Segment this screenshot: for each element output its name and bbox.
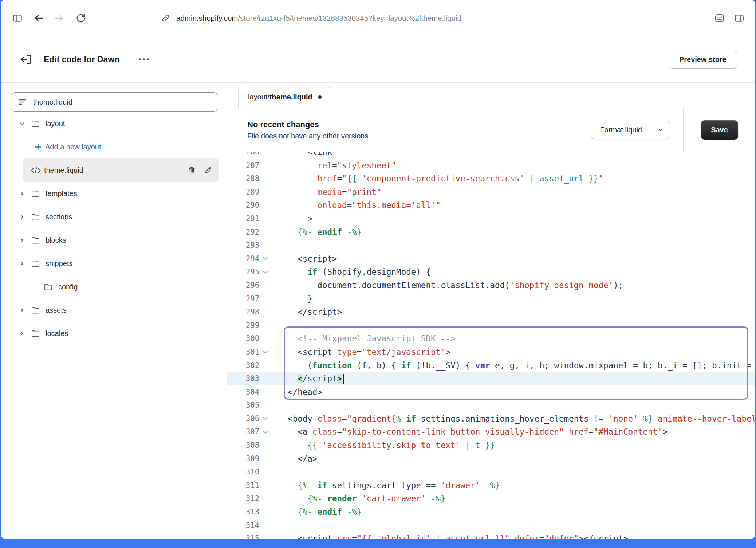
tab-theme-liquid[interactable]: layout/theme.liquid bbox=[238, 86, 331, 108]
code-line-305[interactable]: 305 bbox=[227, 399, 755, 412]
code-line-293[interactable]: 293 bbox=[227, 239, 755, 252]
code-line-299[interactable]: 299 bbox=[227, 319, 755, 332]
tree-item-layout[interactable]: layout bbox=[11, 112, 219, 135]
tree-item-label: blocks bbox=[46, 236, 66, 244]
chevron-right-icon[interactable] bbox=[19, 238, 25, 243]
save-button[interactable]: Save bbox=[701, 120, 738, 140]
code-line-309[interactable]: 309 </a> bbox=[227, 452, 755, 466]
code-line-287[interactable]: 287 rel="stylesheet" bbox=[227, 159, 755, 172]
code-line-289[interactable]: 289 media="print" bbox=[227, 185, 755, 199]
fold-column bbox=[259, 152, 272, 159]
fold-column bbox=[259, 359, 272, 372]
tree-item-label: templates bbox=[46, 189, 77, 198]
tab-file-name: theme.liquid bbox=[269, 93, 312, 101]
reload-icon[interactable] bbox=[73, 10, 89, 26]
delete-file-icon[interactable] bbox=[186, 164, 198, 176]
chevron-right-icon[interactable] bbox=[19, 214, 25, 220]
unsaved-indicator bbox=[318, 95, 322, 99]
chevron-right-icon[interactable] bbox=[19, 191, 25, 196]
chevron-right-icon[interactable] bbox=[19, 308, 25, 313]
code-line-301[interactable]: 301 <script type="text/javascript"> bbox=[227, 345, 755, 359]
rename-file-icon[interactable] bbox=[202, 164, 214, 176]
tree-item-blocks[interactable]: blocks bbox=[11, 228, 219, 252]
save-area: Save bbox=[683, 108, 755, 152]
tree-item-assets[interactable]: assets bbox=[11, 298, 219, 322]
chevron-down-icon[interactable] bbox=[651, 121, 670, 139]
back-icon[interactable] bbox=[31, 10, 47, 26]
tree-item-sections[interactable]: sections bbox=[11, 205, 219, 228]
chevron-right-icon[interactable] bbox=[19, 261, 25, 266]
code-line-302[interactable]: 302 (function (f, b) { if (!b.__SV) { va… bbox=[227, 359, 755, 372]
format-liquid-button[interactable]: Format liquid bbox=[591, 121, 670, 139]
code-line-304[interactable]: 304 </head> bbox=[227, 385, 755, 399]
code-line-294[interactable]: 294 <script> bbox=[227, 252, 755, 266]
fold-column[interactable] bbox=[259, 252, 272, 266]
line-number: 310 bbox=[227, 465, 259, 479]
forward-icon[interactable] bbox=[51, 10, 67, 26]
code-line-306[interactable]: 306 <body class="gradient{% if settings.… bbox=[227, 412, 755, 426]
file-search[interactable] bbox=[11, 92, 218, 112]
tree-item-snippets[interactable]: snippets bbox=[11, 252, 219, 275]
overflow-dots-icon[interactable] bbox=[135, 54, 153, 64]
preview-store-button[interactable]: Preview store bbox=[669, 51, 737, 68]
fold-column bbox=[259, 399, 272, 412]
link-icon bbox=[161, 13, 170, 23]
tree-item-label: config bbox=[58, 283, 78, 291]
code-lines: 286 <link287 rel="stylesheet"288 href="{… bbox=[227, 152, 755, 539]
code-line-310[interactable]: 310 bbox=[227, 465, 755, 479]
code-line-288[interactable]: 288 href="{{ 'component-predictive-searc… bbox=[227, 172, 755, 185]
code-line-308[interactable]: 308 {{ 'accessibility.skip_to_text' | t … bbox=[227, 439, 755, 452]
code-line-290[interactable]: 290 onload="this.media='all'" bbox=[227, 199, 755, 212]
code-line-300[interactable]: 300 <!-- Mixpanel Javascript SDK --> bbox=[227, 332, 755, 345]
fold-column[interactable] bbox=[259, 412, 272, 426]
line-number: 295 bbox=[227, 265, 259, 279]
file-tree: layoutAdd a new layouttheme.liquidtempla… bbox=[1, 112, 227, 345]
url-bar[interactable]: admin.shopify.com/store/rzq1xu-f5/themes… bbox=[161, 13, 712, 23]
split-view-icon[interactable] bbox=[731, 10, 747, 26]
code-line-314[interactable]: 314 bbox=[227, 519, 755, 532]
tree-item-config[interactable]: config bbox=[11, 275, 219, 298]
code-line-313[interactable]: 313 {%- endif -%} bbox=[227, 505, 755, 519]
code-line-286[interactable]: 286 <link bbox=[227, 152, 755, 159]
exit-icon[interactable] bbox=[17, 51, 34, 68]
fold-chevron-icon bbox=[263, 428, 268, 434]
code-line-291[interactable]: 291 > bbox=[227, 212, 755, 226]
page-title: Edit code for Dawn bbox=[44, 55, 119, 64]
tree-item-templates[interactable]: templates bbox=[11, 182, 219, 205]
code-line-298[interactable]: 298 </script> bbox=[227, 305, 755, 319]
fold-column[interactable] bbox=[259, 425, 272, 439]
code-line-295[interactable]: 295 if (Shopify.designMode) { bbox=[227, 265, 755, 279]
fold-column bbox=[259, 159, 272, 172]
tree-item-theme-liquid[interactable]: theme.liquid bbox=[23, 158, 219, 182]
url-path: /store/rzq1xu-f5/themes/132683530345?key… bbox=[238, 14, 461, 22]
folder-icon bbox=[43, 282, 53, 292]
fold-chevron-icon bbox=[263, 415, 268, 420]
add-layout-label: Add a new layout bbox=[45, 143, 101, 151]
folder-icon bbox=[31, 235, 40, 245]
line-number: 314 bbox=[227, 519, 259, 532]
tree-item-locales[interactable]: locales bbox=[11, 322, 219, 345]
code-line-312[interactable]: 312 {%- render 'cart-drawer' -%} bbox=[227, 492, 755, 505]
line-number: 301 bbox=[227, 345, 259, 359]
chevron-down-icon[interactable] bbox=[19, 121, 25, 126]
line-number: 302 bbox=[227, 359, 259, 372]
line-number: 306 bbox=[227, 412, 259, 426]
code-line-292[interactable]: 292 {%- endif -%} bbox=[227, 226, 755, 239]
code-editor[interactable]: 286 <link287 rel="stylesheet"288 href="{… bbox=[227, 152, 755, 539]
search-input[interactable] bbox=[33, 98, 211, 106]
line-number: 293 bbox=[227, 239, 259, 252]
code-line-296[interactable]: 296 document.documentElement.classList.a… bbox=[227, 279, 755, 292]
folder-icon bbox=[31, 119, 40, 129]
code-line-303[interactable]: 303 </script> bbox=[227, 372, 755, 385]
code-line-311[interactable]: 311 {%- if settings.cart_type == 'drawer… bbox=[227, 479, 755, 492]
sidebar-toggle-icon[interactable] bbox=[9, 10, 25, 26]
fold-column[interactable] bbox=[259, 345, 272, 359]
code-line-297[interactable]: 297 } bbox=[227, 292, 755, 306]
fold-column[interactable] bbox=[259, 265, 272, 279]
tree-item-add-a-new-layout[interactable]: Add a new layout bbox=[11, 135, 219, 158]
tune-icon[interactable] bbox=[712, 10, 728, 26]
code-line-307[interactable]: 307 <a class="skip-to-content-link butto… bbox=[227, 425, 755, 439]
chevron-right-icon[interactable] bbox=[19, 331, 25, 336]
tree-item-label: snippets bbox=[46, 259, 73, 268]
code-line-315[interactable]: 315 <script src="{{ 'global.js' | asset_… bbox=[227, 532, 755, 539]
